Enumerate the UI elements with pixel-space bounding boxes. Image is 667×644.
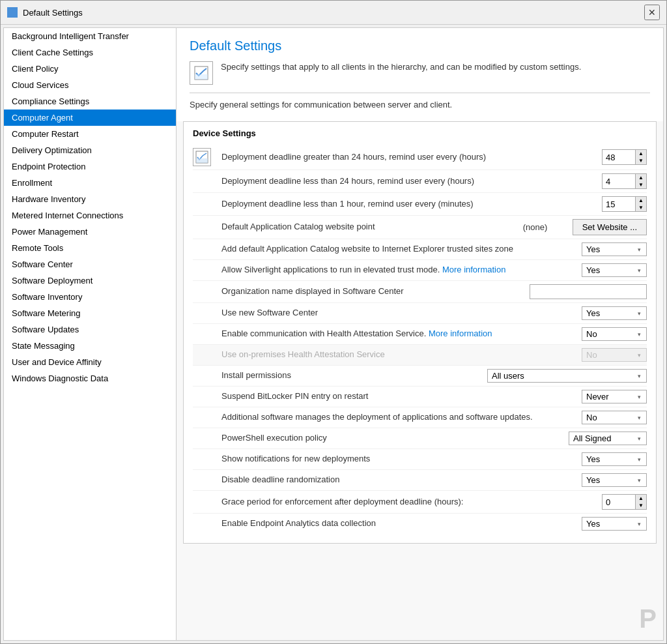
sidebar-item-windows-diagnostic-data[interactable]: Windows Diagnostic Data [4, 370, 176, 387]
spinbox-input-deployment-24h[interactable] [603, 151, 635, 164]
dropdown-endpoint-analytics[interactable]: Yes No ▾ [582, 517, 647, 531]
sidebar-item-software-center[interactable]: Software Center [4, 256, 176, 272]
dropdown-additional-software[interactable]: No Yes ▾ [582, 411, 647, 424]
chevron-down-icon: ▾ [635, 310, 644, 317]
sidebar-item-computer-restart[interactable]: Computer Restart [4, 126, 176, 142]
sidebar-item-software-deployment[interactable]: Software Deployment [4, 272, 176, 289]
spinbox-buttons-less1h[interactable]: ▲ ▼ [635, 197, 646, 211]
main-header: Default Settings Specify settings that a… [177, 28, 663, 121]
sidebar-item-client-cache-settings[interactable]: Client Cache Settings [4, 44, 176, 61]
spinbox-up-less1h[interactable]: ▲ [636, 197, 646, 204]
sidebar-item-user-device-affinity[interactable]: User and Device Affinity [4, 354, 176, 370]
sidebar-item-hardware-inventory[interactable]: Hardware Inventory [4, 191, 176, 207]
label-health-attestation: Enable communication with Health Attesta… [221, 329, 576, 340]
window-icon [7, 7, 18, 18]
select-suspend-bitlocker[interactable]: Never Always [586, 392, 635, 402]
dropdown-new-software-center[interactable]: Yes No ▾ [582, 306, 647, 320]
label-app-catalog: Default Application Catalog website poin… [221, 222, 518, 233]
label-deployment-24h: Deployment deadline greater than 24 hour… [221, 152, 597, 163]
dropdown-powershell[interactable]: All Signed Bypass Restricted ▾ [569, 432, 647, 445]
spinbox-down-grace[interactable]: ▼ [636, 502, 646, 509]
sidebar-item-state-messaging[interactable]: State Messaging [4, 338, 176, 354]
svg-rect-4 [196, 158, 208, 163]
label-allow-silverlight: Allow Silverlight applications to run in… [221, 265, 576, 276]
spinbox-deployment-less24h[interactable]: ▲ ▼ [602, 173, 647, 189]
spinbox-deployment-24h[interactable]: ▲ ▼ [602, 149, 647, 165]
more-info-silverlight-link[interactable]: More information [442, 265, 506, 274]
sidebar-item-enrollment[interactable]: Enrollment [4, 175, 176, 191]
ctrl-deployment-24h[interactable]: ▲ ▼ [602, 149, 647, 165]
chevron-down-icon: ▾ [635, 267, 644, 274]
sidebar-item-client-policy[interactable]: Client Policy [4, 61, 176, 77]
label-deployment-less24h: Deployment deadline less than 24 hours, … [221, 176, 597, 187]
org-name-input[interactable] [530, 284, 647, 299]
label-additional-software: Additional software manages the deployme… [221, 412, 576, 423]
sidebar-item-power-management[interactable]: Power Management [4, 224, 176, 240]
dropdown-health-attestation[interactable]: No Yes ▾ [582, 327, 647, 341]
spinbox-input-less24h[interactable] [603, 175, 635, 188]
label-suspend-bitlocker: Suspend BitLocker PIN entry on restart [221, 391, 576, 402]
spinbox-down-less1h[interactable]: ▼ [636, 204, 646, 211]
select-health-attestation[interactable]: No Yes [586, 329, 635, 339]
spinbox-input-grace[interactable] [603, 495, 635, 509]
sidebar-item-remote-tools[interactable]: Remote Tools [4, 240, 176, 256]
chevron-down-icon: ▾ [635, 415, 644, 421]
select-onprem-health: No [586, 350, 635, 360]
setting-icon-deployment [193, 148, 216, 166]
dropdown-install-permissions[interactable]: All users Only administrators Only admin… [487, 369, 647, 383]
select-show-notifications[interactable]: Yes No [586, 454, 635, 464]
spinbox-up-grace[interactable]: ▲ [636, 495, 646, 502]
description-icon [190, 61, 213, 85]
label-show-notifications: Show notifications for new deployments [221, 454, 576, 465]
title-bar-left: Default Settings [7, 7, 83, 18]
select-silverlight[interactable]: Yes No [586, 265, 635, 275]
dropdown-onprem-health: No ▾ [582, 348, 647, 362]
dropdown-add-ie-trusted[interactable]: Yes No ▾ [582, 242, 647, 256]
sidebar-item-delivery-optimization[interactable]: Delivery Optimization [4, 142, 176, 158]
main-window: Default Settings ✕ Background Intelligen… [0, 0, 667, 644]
title-bar: Default Settings ✕ [1, 1, 666, 25]
spinbox-up-less24h[interactable]: ▲ [636, 174, 646, 181]
label-disable-randomization: Disable deadline randomization [221, 475, 576, 486]
spinbox-buttons-deployment-24h[interactable]: ▲ ▼ [635, 150, 646, 164]
select-add-ie-trusted[interactable]: Yes No [586, 244, 635, 254]
page-title: Default Settings [190, 38, 650, 53]
spinbox-deployment-less1h[interactable]: ▲ ▼ [602, 196, 647, 212]
sidebar-item-background-intelligent-transfer[interactable]: Background Intelligent Transfer [4, 28, 176, 44]
dropdown-suspend-bitlocker[interactable]: Never Always ▾ [582, 390, 647, 403]
sidebar-item-endpoint-protection[interactable]: Endpoint Protection [4, 158, 176, 175]
sidebar-item-cloud-services[interactable]: Cloud Services [4, 77, 176, 93]
label-add-ie-trusted: Add default Application Catalog website … [221, 244, 576, 255]
sidebar-item-software-updates[interactable]: Software Updates [4, 321, 176, 338]
chevron-down-icon: ▾ [635, 246, 644, 253]
select-endpoint-analytics[interactable]: Yes No [586, 519, 635, 529]
sidebar-item-metered-internet-connections[interactable]: Metered Internet Connections [4, 207, 176, 224]
spinbox-buttons-less24h[interactable]: ▲ ▼ [635, 174, 646, 188]
spinbox-grace-period[interactable]: ▲ ▼ [602, 494, 647, 510]
spinbox-input-less1h[interactable] [603, 198, 635, 211]
window-title: Default Settings [23, 8, 83, 18]
spinbox-down-less24h[interactable]: ▼ [636, 181, 646, 188]
spinbox-up-deployment-24h[interactable]: ▲ [636, 150, 646, 157]
label-org-name: Organization name displayed in Software … [221, 286, 524, 297]
select-disable-randomization[interactable]: Yes No [586, 475, 635, 485]
sidebar-item-compliance-settings[interactable]: Compliance Settings [4, 93, 176, 110]
set-website-button[interactable]: Set Website ... [573, 219, 647, 235]
dropdown-disable-randomization[interactable]: Yes No ▾ [582, 473, 647, 487]
chevron-down-icon: ▾ [635, 477, 644, 484]
select-new-software-center[interactable]: Yes No [586, 308, 635, 318]
spinbox-down-deployment-24h[interactable]: ▼ [636, 157, 646, 164]
dropdown-show-notifications[interactable]: Yes No ▾ [582, 452, 647, 466]
select-powershell[interactable]: All Signed Bypass Restricted [573, 433, 635, 443]
select-install-permissions[interactable]: All users Only administrators Only admin… [492, 371, 635, 381]
sidebar-item-computer-agent[interactable]: Computer Agent [4, 110, 176, 126]
chevron-down-icon: ▾ [635, 373, 644, 379]
spinbox-buttons-grace[interactable]: ▲ ▼ [635, 495, 646, 509]
close-button[interactable]: ✕ [644, 5, 660, 20]
dropdown-silverlight[interactable]: Yes No ▾ [582, 263, 647, 277]
sidebar-item-software-inventory[interactable]: Software Inventory [4, 289, 176, 305]
sidebar-item-software-metering[interactable]: Software Metering [4, 305, 176, 321]
more-info-health-link[interactable]: More information [429, 329, 492, 338]
select-additional-software[interactable]: No Yes [586, 413, 635, 422]
specify-text: Specify general settings for communicati… [190, 100, 650, 115]
